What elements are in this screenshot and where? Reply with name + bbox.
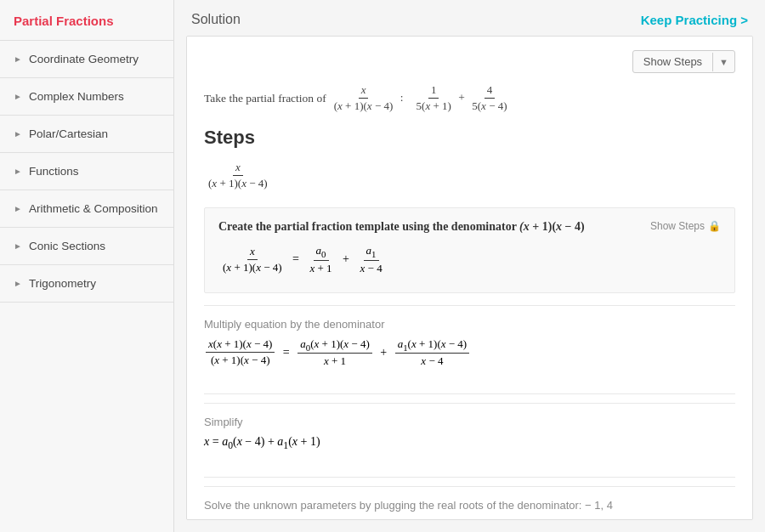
dropdown-arrow-icon: ▼ — [712, 53, 734, 71]
main-header: Solution Keep Practicing > — [174, 0, 765, 36]
step1-title: Create the partial fraction template usi… — [218, 220, 585, 234]
solution-title: Solution — [191, 12, 241, 27]
chevron-right-icon: ► — [14, 92, 22, 101]
show-steps-bar: Show Steps ▼ — [204, 50, 735, 73]
solution-area: Show Steps ▼ Take the partial fraction o… — [186, 36, 753, 520]
main-content: Solution Keep Practicing > Show Steps ▼ … — [174, 0, 765, 532]
sidebar-title: Partial Fractions — [0, 0, 173, 41]
result-frac1: 1 5(x + 1) — [414, 83, 454, 113]
step3-label: Simplify — [204, 416, 735, 428]
result-frac2: 4 5(x − 4) — [469, 83, 509, 113]
keep-practicing-link[interactable]: Keep Practicing > — [641, 13, 748, 27]
chevron-right-icon: ► — [14, 279, 22, 288]
initial-expression: x (x + 1)(x − 4) — [204, 157, 735, 194]
step2-label: Multiply equation by the denominator — [204, 318, 735, 331]
sidebar: Partial Fractions ► Coordinate Geometry … — [0, 0, 174, 532]
intro-prefix: Take the partial fraction of — [204, 92, 326, 105]
divider1 — [204, 393, 735, 394]
intro-fraction: x (x + 1)(x − 4) : 1 5(x + 1) + 4 5(x − … — [330, 83, 512, 113]
sidebar-item-label: Conic Sections — [29, 240, 105, 252]
chevron-right-icon: ► — [14, 241, 22, 251]
step1-card: Create the partial fraction template usi… — [204, 207, 735, 293]
chevron-right-icon: ► — [14, 129, 22, 139]
sidebar-item-functions[interactable]: ► Functions — [0, 153, 173, 190]
sidebar-item-coordinate-geometry[interactable]: ► Coordinate Geometry — [0, 41, 173, 78]
sidebar-item-label: Trigonometry — [29, 277, 96, 290]
sidebar-item-label: Coordinate Geometry — [29, 53, 139, 65]
sidebar-item-conic-sections[interactable]: ► Conic Sections — [0, 228, 173, 265]
intro-line: Take the partial fraction of x (x + 1)(x… — [204, 83, 735, 113]
step2-section: Multiply equation by the denominator x(x… — [204, 305, 735, 386]
step1-show-steps[interactable]: Show Steps 🔒 — [650, 220, 721, 232]
sidebar-item-label: Functions — [29, 165, 79, 178]
sidebar-item-complex-numbers[interactable]: ► Complex Numbers — [0, 78, 173, 116]
divider2 — [204, 477, 735, 478]
intro-frac: x (x + 1)(x − 4) — [332, 83, 396, 113]
sidebar-item-trigonometry[interactable]: ► Trigonometry — [0, 265, 173, 303]
steps-heading: Steps — [204, 127, 735, 149]
sidebar-item-label: Arithmetic & Composition — [29, 202, 158, 215]
step2-equation: x(x + 1)(x − 4) (x + 1)(x − 4) = a0(x + … — [204, 337, 735, 369]
step3-equation: x = a0(x − 4) + a1(x + 1) — [204, 435, 735, 451]
step3-section: Simplify x = a0(x − 4) + a1(x + 1) — [204, 403, 735, 468]
step4-section: Solve the unknown parameters by plugging… — [204, 486, 735, 520]
chevron-right-icon: ► — [14, 167, 22, 176]
step1-equation: x (x + 1)(x − 4) = a0 x + 1 + a1 x − 4 — [218, 244, 721, 275]
sidebar-item-label: Polar/Cartesian — [29, 127, 108, 140]
step1-header: Create the partial fraction template usi… — [218, 220, 721, 234]
chevron-right-icon: ► — [14, 204, 22, 213]
chevron-right-icon: ► — [14, 54, 22, 64]
lock-icon: 🔒 — [708, 220, 721, 232]
show-steps-button[interactable]: Show Steps ▼ — [632, 50, 735, 73]
sidebar-item-label: Complex Numbers — [29, 90, 124, 103]
initial-frac: x (x + 1)(x − 4) — [206, 161, 270, 190]
show-steps-label: Show Steps — [633, 51, 712, 72]
sidebar-item-polar-cartesian[interactable]: ► Polar/Cartesian — [0, 116, 173, 153]
step4-label: Solve the unknown parameters by plugging… — [204, 499, 735, 512]
sidebar-item-arithmetic-composition[interactable]: ► Arithmetic & Composition — [0, 190, 173, 228]
